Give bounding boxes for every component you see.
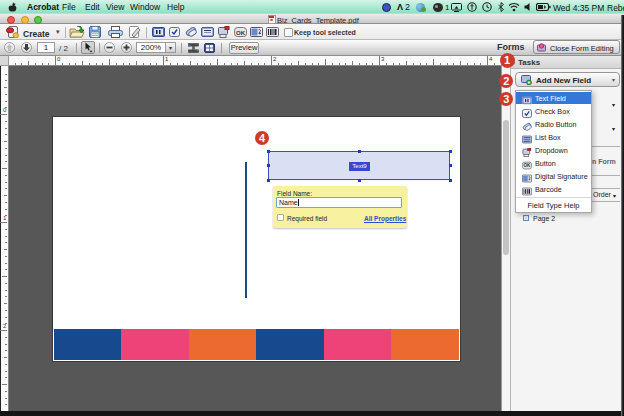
svg-text:OK: OK xyxy=(236,30,246,36)
svg-text:OK: OK xyxy=(524,163,532,168)
